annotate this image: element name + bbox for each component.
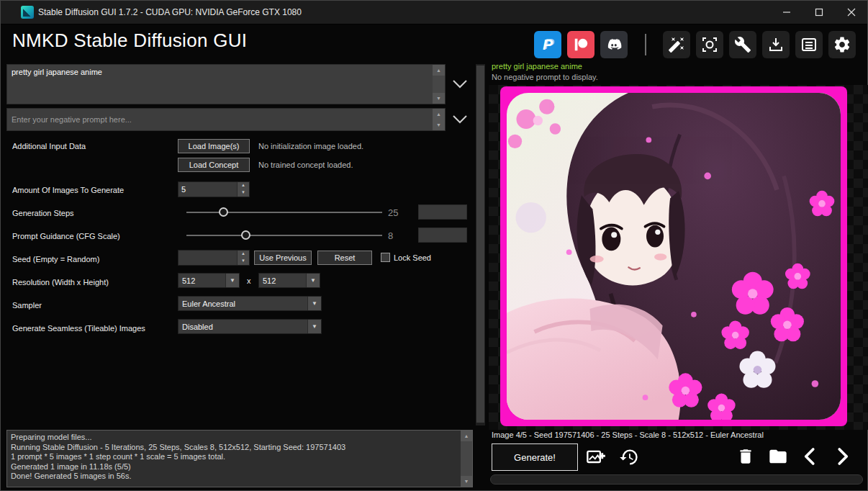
app-icon xyxy=(21,6,34,19)
generated-image xyxy=(500,86,847,426)
amount-input[interactable] xyxy=(178,182,237,197)
log-line: Preparing model files... xyxy=(7,433,472,443)
dropdown-arrow-icon[interactable]: ▼ xyxy=(307,297,321,310)
amount-spin-buttons[interactable]: ▲ ▼ xyxy=(237,182,249,197)
steps-slider[interactable] xyxy=(186,207,382,217)
spin-down-icon[interactable]: ▼ xyxy=(238,258,249,265)
progress-bar xyxy=(490,474,863,485)
prompt-queue-button[interactable] xyxy=(795,31,823,58)
chevron-down-icon xyxy=(452,114,468,125)
minimize-button[interactable] xyxy=(770,1,803,24)
generate-button[interactable]: Generate! xyxy=(492,443,578,471)
image-caption: Image 4/5 - Seed 197571406 - 25 Steps - … xyxy=(492,431,764,439)
close-button[interactable] xyxy=(835,1,867,24)
negative-prompt-input[interactable] xyxy=(7,109,445,130)
dropdown-arrow-icon[interactable]: ▼ xyxy=(225,274,239,287)
log-output-box[interactable]: Preparing model files... Running Stable … xyxy=(6,430,473,487)
main-scrollbar[interactable] xyxy=(476,64,485,425)
anime-girl-artwork xyxy=(507,93,841,420)
scroll-up-icon[interactable]: ▲ xyxy=(461,431,472,441)
paypal-button[interactable]: P xyxy=(534,31,561,58)
scroll-up-icon[interactable]: ▲ xyxy=(433,109,445,120)
negative-prompt-scrollbar[interactable]: ▲ ▼ xyxy=(433,109,445,130)
previous-image-button[interactable] xyxy=(797,443,824,470)
steps-override-field[interactable] xyxy=(418,204,467,220)
cfg-value: 8 xyxy=(388,230,393,241)
height-dropdown[interactable]: 512 ▼ xyxy=(258,273,320,288)
history-icon xyxy=(619,447,639,467)
seamless-value: Disabled xyxy=(182,323,213,331)
negative-prompt-display: No negative prompt to display. xyxy=(492,73,598,81)
prompt-box[interactable]: pretty girl japanese anime ▲ ▼ xyxy=(6,64,446,104)
post-processing-button[interactable] xyxy=(663,31,690,58)
log-line: Generated 1 image in 11.18s (5/5) xyxy=(7,462,472,472)
dropdown-arrow-icon[interactable]: ▼ xyxy=(306,274,320,287)
prompt-scrollbar[interactable]: ▲ ▼ xyxy=(433,65,445,104)
resolution-separator: x xyxy=(247,276,251,285)
current-prompt-display: pretty girl japanese anime xyxy=(492,62,582,71)
sampler-label: Sampler xyxy=(12,301,42,310)
spin-up-icon[interactable]: ▲ xyxy=(238,251,249,258)
seamless-label: Generate Seamless (Tileable) Images xyxy=(12,324,145,333)
scroll-down-icon[interactable]: ▼ xyxy=(433,93,445,104)
cfg-override-field[interactable] xyxy=(418,228,467,243)
prompt-input[interactable]: pretty girl japanese anime xyxy=(7,65,445,104)
patreon-icon xyxy=(573,37,589,53)
scroll-down-icon[interactable]: ▼ xyxy=(461,476,472,487)
seed-label: Seed (Empty = Random) xyxy=(12,255,99,263)
discord-button[interactable] xyxy=(600,31,628,58)
page-title: NMKD Stable Diffusion GUI xyxy=(12,30,247,52)
settings-gear-icon xyxy=(833,35,851,54)
sampler-dropdown[interactable]: Euler Ancestral ▼ xyxy=(178,296,322,311)
delete-image-icon xyxy=(736,447,755,466)
titlebar: Stable Diffusion GUI 1.7.2 - CUDA GPU: N… xyxy=(1,1,867,24)
negative-prompt-box[interactable]: ▲ ▼ xyxy=(6,108,446,131)
discord-icon xyxy=(605,36,623,53)
use-as-init-image-button[interactable] xyxy=(582,445,610,469)
spin-up-icon[interactable]: ▲ xyxy=(238,182,249,189)
negative-prompt-expand-button[interactable] xyxy=(450,108,470,131)
seed-input[interactable] xyxy=(178,251,237,265)
patreon-button[interactable] xyxy=(567,31,595,58)
seed-stepper[interactable]: ▲ ▼ xyxy=(178,250,250,266)
slider-thumb[interactable] xyxy=(241,230,250,240)
developer-tools-button[interactable] xyxy=(729,31,756,58)
main-scrollbar-thumb[interactable] xyxy=(476,66,484,423)
scroll-down-icon[interactable]: ▼ xyxy=(433,120,445,130)
next-image-button[interactable] xyxy=(828,443,856,470)
log-line: Done! Generated 5 images in 56s. xyxy=(7,472,472,482)
steps-value: 25 xyxy=(388,207,398,218)
load-images-button[interactable]: Load Image(s) xyxy=(178,139,250,153)
dropdown-arrow-icon[interactable]: ▼ xyxy=(307,320,321,333)
delete-image-button[interactable] xyxy=(733,444,758,469)
seamless-dropdown[interactable]: Disabled ▼ xyxy=(178,319,322,334)
sampler-value: Euler Ancestral xyxy=(182,299,235,308)
add-init-image-icon xyxy=(586,447,606,467)
scroll-up-icon[interactable]: ▲ xyxy=(433,65,445,76)
import-model-button[interactable] xyxy=(762,31,790,58)
settings-button[interactable] xyxy=(828,31,856,58)
cfg-slider[interactable] xyxy=(186,230,382,240)
prompt-history-button[interactable] xyxy=(615,445,643,469)
window-title: Stable Diffusion GUI 1.7.2 - CUDA GPU: N… xyxy=(38,7,302,17)
next-image-icon xyxy=(831,446,853,467)
image-viewer-button[interactable] xyxy=(696,31,723,58)
open-output-folder-button[interactable] xyxy=(765,444,791,469)
queue-list-icon xyxy=(800,36,818,53)
seed-spin-buttons[interactable]: ▲ ▼ xyxy=(237,251,249,265)
spin-down-icon[interactable]: ▼ xyxy=(238,189,249,197)
load-concept-button[interactable]: Load Concept xyxy=(178,158,250,172)
log-scrollbar[interactable]: ▲ ▼ xyxy=(461,431,472,487)
amount-stepper[interactable]: ▲ ▼ xyxy=(178,181,250,197)
width-dropdown[interactable]: 512 ▼ xyxy=(178,273,240,288)
prompt-expand-button[interactable] xyxy=(450,70,470,99)
slider-track xyxy=(186,212,382,213)
maximize-button[interactable] xyxy=(803,1,835,24)
paypal-icon: P xyxy=(543,36,553,53)
reset-seed-button[interactable]: Reset xyxy=(317,251,372,265)
width-value: 512 xyxy=(182,276,195,285)
close-icon xyxy=(847,8,856,17)
use-previous-seed-button[interactable]: Use Previous xyxy=(254,251,312,265)
slider-thumb[interactable] xyxy=(219,207,228,217)
lock-seed-checkbox[interactable] xyxy=(381,253,390,262)
